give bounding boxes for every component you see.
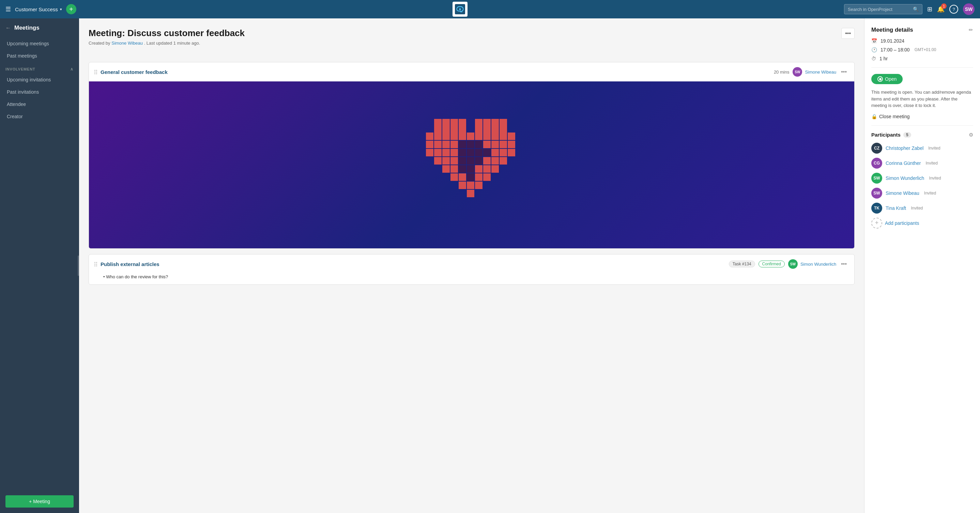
svg-rect-31 xyxy=(442,141,450,148)
agenda-item-1-author[interactable]: Simone Wibeau xyxy=(805,70,836,75)
notifications-icon[interactable]: 🔔 1 xyxy=(937,5,945,13)
involvement-section-header: INVOLVEMENT ∧ xyxy=(0,62,79,73)
svg-rect-11 xyxy=(483,119,491,126)
edit-icon[interactable]: ✏ xyxy=(969,27,973,33)
divider-1 xyxy=(871,67,973,68)
svg-rect-37 xyxy=(492,141,499,148)
agenda-item-2-author[interactable]: Simon Wunderlich xyxy=(800,262,836,267)
svg-rect-66 xyxy=(492,165,499,173)
participant-name-2[interactable]: Simon Wunderlich xyxy=(886,175,924,181)
add-meeting-button[interactable]: + Meeting xyxy=(5,495,73,508)
participant-name-4[interactable]: Tina Kraft xyxy=(886,205,906,211)
agenda-item-2-title[interactable]: Publish external articles xyxy=(100,261,725,267)
search-input[interactable] xyxy=(848,7,910,12)
add-participants-label: Add participants xyxy=(885,221,919,226)
svg-rect-40 xyxy=(426,149,433,156)
agenda-card-1: General customer feedback 20 mins SW Sim… xyxy=(89,62,854,249)
agenda-item-2-avatar: SW xyxy=(788,259,798,269)
participant-row-2: SW Simon Wunderlich Invited xyxy=(871,173,973,184)
author-link[interactable]: Simone Wibeau xyxy=(111,41,143,46)
svg-rect-79 xyxy=(475,149,482,156)
svg-rect-2 xyxy=(434,126,442,133)
meeting-duration-row: ⏱ 1 hr xyxy=(871,56,973,61)
svg-rect-38 xyxy=(500,141,507,148)
participants-title: Participants 5 xyxy=(871,132,911,138)
svg-rect-7 xyxy=(459,126,466,133)
participant-status-1: Invited xyxy=(926,161,938,165)
agenda-item-2-more-button[interactable]: ••• xyxy=(839,260,849,268)
page-more-button[interactable]: ••• xyxy=(841,28,854,39)
user-avatar[interactable]: SW xyxy=(963,3,975,15)
participant-avatar-3: SW xyxy=(871,188,882,199)
svg-rect-21 xyxy=(450,132,458,140)
svg-rect-5 xyxy=(459,119,466,126)
divider-2 xyxy=(871,125,973,126)
calendar-icon: 📅 xyxy=(871,38,877,44)
page-header-text: Meeting: Discuss customer feedback Creat… xyxy=(89,28,245,54)
sidebar-item-upcoming-meetings[interactable]: Upcoming meetings xyxy=(0,38,79,50)
sidebar-item-upcoming-invitations[interactable]: Upcoming invitations xyxy=(0,73,79,86)
participants-header: Participants 5 ⚙ xyxy=(871,132,973,138)
menu-icon[interactable]: ☰ xyxy=(5,5,11,13)
navbar-right: 🔍 ⊞ 🔔 1 ? SW xyxy=(844,3,975,15)
sidebar-item-creator[interactable]: Creator xyxy=(0,110,79,122)
sidebar-item-past-meetings[interactable]: Past meetings xyxy=(0,50,79,62)
participants-list: CZ Christopher Zabel Invited CG Corinna … xyxy=(871,143,973,214)
notification-badge: 1 xyxy=(941,3,947,9)
agenda-card-2-header: Publish external articles Task #134 Conf… xyxy=(89,254,854,273)
grid-icon[interactable]: ⊞ xyxy=(927,5,932,13)
svg-rect-23 xyxy=(467,132,474,140)
svg-rect-39 xyxy=(508,141,515,148)
agenda-item-1-title[interactable]: General customer feedback xyxy=(100,69,768,75)
svg-rect-12 xyxy=(492,119,499,126)
global-add-button[interactable]: + xyxy=(66,4,76,14)
status-circle xyxy=(877,76,883,82)
gear-icon[interactable]: ⚙ xyxy=(969,132,973,138)
svg-rect-70 xyxy=(475,173,482,181)
drag-handle-2[interactable] xyxy=(94,262,97,266)
svg-rect-3 xyxy=(442,126,450,133)
svg-rect-76 xyxy=(459,149,466,156)
participant-name-3[interactable]: Simone Wibeau xyxy=(886,191,920,196)
sidebar-back-arrow[interactable]: ← xyxy=(5,25,11,31)
participant-status-4: Invited xyxy=(911,206,923,211)
agenda-item-1-author-area: SW Simone Wibeau ••• xyxy=(792,67,849,77)
sidebar: ← Meetings Upcoming meetings Past meetin… xyxy=(0,18,79,513)
agenda-card-1-header: General customer feedback 20 mins SW Sim… xyxy=(89,62,854,81)
navbar-center xyxy=(80,2,840,17)
meeting-date: 19.01.2024 xyxy=(880,38,904,44)
participant-avatar-4: TK xyxy=(871,203,882,214)
svg-rect-26 xyxy=(492,132,499,140)
close-meeting-link[interactable]: 🔒 Close meeting xyxy=(871,114,973,119)
svg-rect-4 xyxy=(450,119,458,126)
sidebar-item-attendee[interactable]: Attendee xyxy=(0,98,79,110)
involvement-chevron-icon[interactable]: ∧ xyxy=(70,67,73,71)
project-caret-icon: ▾ xyxy=(60,7,62,11)
agenda-item-1-more-button[interactable]: ••• xyxy=(839,68,849,76)
project-selector[interactable]: Customer Success ▾ xyxy=(15,6,62,12)
svg-rect-80 xyxy=(467,157,474,165)
svg-rect-8 xyxy=(442,119,450,126)
participant-row-0: CZ Christopher Zabel Invited xyxy=(871,143,973,154)
participant-name-1[interactable]: Corinna Günther xyxy=(886,160,921,166)
drag-handle-1[interactable] xyxy=(94,70,97,74)
meeting-time: 17:00 – 18:00 xyxy=(880,47,910,52)
svg-rect-77 xyxy=(467,149,474,156)
svg-rect-64 xyxy=(475,165,482,173)
participants-count-badge: 5 xyxy=(903,132,911,138)
agenda-item-2-bullet: • Who can do the review for this? xyxy=(103,274,168,280)
svg-rect-20 xyxy=(442,132,450,140)
svg-rect-18 xyxy=(426,132,433,140)
participant-row-4: TK Tina Kraft Invited xyxy=(871,203,973,214)
logo-svg xyxy=(455,4,465,14)
sidebar-item-past-invitations[interactable]: Past invitations xyxy=(0,86,79,98)
svg-rect-86 xyxy=(467,141,474,148)
right-panel-header: Meeting details ✏ xyxy=(871,27,973,33)
open-status-button[interactable]: Open xyxy=(871,74,903,84)
page-title: Meeting: Discuss customer feedback xyxy=(89,28,245,38)
add-participants-row[interactable]: + Add participants xyxy=(871,218,973,229)
svg-rect-73 xyxy=(467,181,474,189)
search-box[interactable]: 🔍 xyxy=(844,4,923,14)
participant-name-0[interactable]: Christopher Zabel xyxy=(886,145,923,151)
help-icon[interactable]: ? xyxy=(949,5,958,14)
